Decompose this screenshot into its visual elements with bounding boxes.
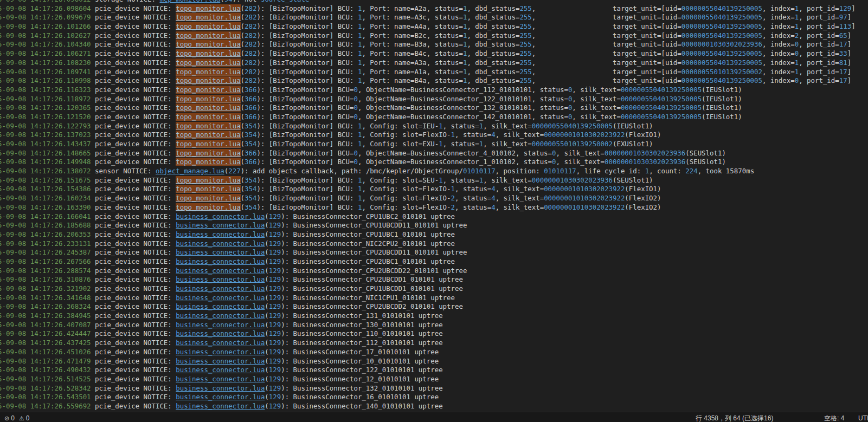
log-text: (	[265, 275, 268, 283]
file-link[interactable]: business_connector.lua	[176, 221, 265, 229]
log-text: (	[265, 321, 268, 329]
file-link[interactable]: business_connector.lua	[176, 248, 265, 256]
log-timestamp: 5-09-08 14:17:26.154386	[0, 185, 91, 193]
problems-indicator[interactable]: ⊘0⚠0	[4, 412, 29, 422]
file-link-highlighted[interactable]: topo_monitor.lua	[176, 194, 240, 202]
file-link[interactable]: business_connector.lua	[176, 402, 265, 410]
log-number: 00000055010139250002	[681, 68, 762, 76]
file-link-highlighted[interactable]: topo_monitor.lua	[176, 122, 240, 130]
file-link-highlighted[interactable]: topo_monitor.lua	[176, 131, 240, 139]
file-link[interactable]: business_connector.lua	[176, 366, 265, 374]
log-number: 129	[269, 248, 281, 256]
file-link[interactable]: business_connector.lua	[176, 239, 265, 248]
log-number: 129	[269, 375, 281, 383]
log-text: (	[241, 4, 245, 12]
log-line: 5-09-08 14:17:26.160234 pcie_device NOTI…	[0, 194, 856, 203]
file-link-highlighted[interactable]: topo_monitor.lua	[176, 76, 240, 85]
log-text: , silk_text=	[556, 149, 605, 157]
file-link-highlighted[interactable]: topo_monitor.lua	[176, 31, 240, 40]
log-text: , dbd_status=	[467, 76, 519, 85]
log-number: 00000055040139250005	[621, 103, 702, 112]
file-link-highlighted[interactable]: topo_monitor.lua	[176, 4, 240, 12]
file-link-highlighted[interactable]: topo_monitor.lua	[176, 149, 240, 157]
log-number: 255	[519, 22, 531, 30]
file-link[interactable]: business_connector.lua	[176, 384, 265, 392]
encoding-indicator[interactable]: UTF-8	[858, 412, 868, 422]
file-link[interactable]: business_connector.lua	[176, 375, 265, 383]
log-text: , port_id=	[799, 49, 839, 57]
log-text: pcie_device NOTICE:	[91, 284, 176, 293]
log-text: , Config: slot=FlexIO-	[362, 131, 451, 139]
file-link-highlighted[interactable]: topo_monitor.lua	[176, 13, 240, 21]
log-text: (	[241, 31, 245, 40]
file-link[interactable]: mcp_monitor.lua	[159, 0, 220, 3]
log-text: pcie_device NOTICE:	[91, 4, 176, 12]
file-link-highlighted[interactable]: topo_monitor.lua	[176, 140, 240, 148]
log-number: 0	[354, 158, 358, 166]
indentation-indicator[interactable]: 空格: 4	[824, 412, 844, 422]
file-link-highlighted[interactable]: topo_monitor.lua	[176, 40, 240, 48]
file-link[interactable]: business_connector.lua	[176, 230, 265, 238]
file-link[interactable]: business_connector.lua	[176, 257, 265, 265]
file-link-highlighted[interactable]: topo_monitor.lua	[176, 158, 240, 166]
log-number: 255	[519, 49, 531, 57]
log-line: 5-09-08 14:17:26.109741 pcie_device NOTI…	[0, 68, 856, 77]
file-link-highlighted[interactable]: topo_monitor.lua	[176, 176, 240, 184]
file-link[interactable]: business_connector.lua	[176, 302, 265, 310]
file-link-highlighted[interactable]: topo_monitor.lua	[176, 113, 240, 121]
log-text: , index=	[762, 59, 795, 67]
file-link[interactable]: business_connector.lua	[176, 267, 265, 275]
file-link-highlighted[interactable]: topo_monitor.lua	[176, 49, 240, 57]
file-link[interactable]: business_connector.lua	[176, 348, 265, 356]
log-number: 17	[839, 76, 847, 85]
file-link-highlighted[interactable]: topo_monitor.lua	[176, 203, 240, 211]
log-number: 227	[228, 167, 240, 175]
log-line: 5-09-08 14:17:26.341648 pcie_device NOTI…	[0, 294, 856, 303]
file-link[interactable]: business_connector.lua	[176, 275, 265, 283]
log-text: ): BusinessConnector_CPU1UBC1_010101 upt…	[281, 230, 455, 238]
log-text: pcie_device NOTICE:	[91, 149, 176, 157]
file-link-highlighted[interactable]: topo_monitor.lua	[176, 103, 240, 112]
log-timestamp: 5-09-08 14:17:26.528342	[0, 384, 91, 392]
log-text: pcie_device NOTICE:	[91, 402, 176, 410]
file-link[interactable]: object_manage.lua	[156, 167, 224, 175]
log-text: pcie_device NOTICE:	[91, 212, 176, 220]
log-text: pcie_device NOTICE:	[91, 267, 176, 275]
log-number: 1	[645, 167, 649, 175]
file-link[interactable]: business_connector.lua	[176, 294, 265, 302]
file-link[interactable]: business_connector.lua	[176, 339, 265, 347]
file-link-highlighted[interactable]: topo_monitor.lua	[176, 22, 240, 30]
log-line: 5-09-08 14:17:26.102627 pcie_device NOTI…	[0, 31, 856, 41]
cursor-position-indicator[interactable]: 行 4358，列 64 (已选择16)	[696, 412, 773, 422]
log-text: ): [BizTopoMonitor] BCU:	[256, 31, 358, 40]
file-link-highlighted[interactable]: topo_monitor.lua	[176, 95, 240, 103]
file-link[interactable]: business_connector.lua	[176, 311, 265, 320]
file-link-highlighted[interactable]: topo_monitor.lua	[176, 59, 240, 67]
log-text: ): [BizTopoMonitor] BCU:	[256, 59, 358, 67]
log-number: 81	[839, 59, 847, 67]
log-text: , silk_text=	[572, 113, 621, 121]
log-text: ): [BizTopoMonitor] BCU=	[256, 95, 353, 103]
log-number: 129	[269, 357, 281, 365]
log-text: , Port: name=A3a, status=	[362, 59, 463, 67]
file-link-highlighted[interactable]: topo_monitor.lua	[176, 185, 240, 193]
log-number: 2	[451, 203, 455, 211]
log-text: , ObjectName=BusinessConnector_112_01010…	[358, 86, 568, 94]
file-link[interactable]: business_connector.lua	[176, 393, 265, 401]
log-number: 0	[354, 149, 358, 157]
log-line: 5-09-08 14:17:26.118972 pcie_device NOTI…	[0, 95, 856, 104]
file-link-highlighted[interactable]: topo_monitor.lua	[176, 68, 240, 76]
file-link-highlighted[interactable]: topo_monitor.lua	[176, 86, 240, 94]
file-link[interactable]: business_connector.lua	[176, 212, 265, 220]
log-text: (	[265, 366, 268, 374]
file-link[interactable]: business_connector.lua	[176, 321, 265, 329]
log-timestamp: 5-09-08 14:17:26.407087	[0, 321, 91, 329]
log-text: , Config: slot=EXU-	[362, 140, 439, 148]
file-link[interactable]: business_connector.lua	[176, 329, 265, 337]
log-text: ): BusinessConnector_CPU1UBC2_010101 upt…	[281, 212, 455, 220]
log-text: , ObjectName=BusinessConnector_122_01010…	[358, 95, 568, 103]
file-link[interactable]: business_connector.lua	[176, 284, 265, 293]
file-link[interactable]: business_connector.lua	[176, 357, 265, 365]
log-number: 354	[245, 176, 256, 184]
log-number: 282	[245, 31, 256, 40]
